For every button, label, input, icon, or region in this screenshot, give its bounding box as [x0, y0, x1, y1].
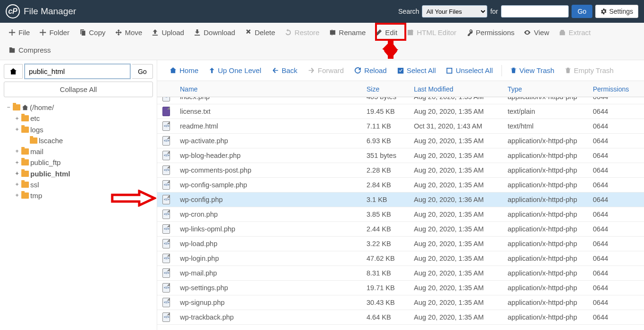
cell-type: application/x-httpd-php	[503, 166, 588, 174]
forward-arrow-icon	[308, 67, 315, 73]
key-icon	[466, 29, 473, 36]
tree-item-public_ftp[interactable]: +public_ftp	[6, 157, 153, 168]
table-row[interactable]: license.txt19.45 KBAug 20, 2020, 1:35 AM…	[157, 104, 644, 119]
table-row[interactable]: </>wp-activate.php6.93 KBAug 20, 2020, 1…	[157, 134, 644, 148]
tree-expand-icon[interactable]: +	[14, 147, 20, 156]
permissions-button[interactable]: Permissions	[461, 26, 519, 39]
reload-button[interactable]: Reload	[349, 64, 392, 77]
home-icon	[170, 67, 177, 74]
cell-modified: Aug 20, 2020, 1:35 AM	[409, 269, 503, 277]
file-listing-pane: Home Up One Level Back Forward Reload Se…	[157, 60, 644, 330]
new-folder-button[interactable]: Folder	[35, 26, 74, 39]
app-logo: cP File Manager	[6, 4, 76, 18]
col-header-type[interactable]: Type	[503, 85, 588, 93]
cell-name: readme.html	[175, 122, 362, 130]
cell-modified: Aug 20, 2020, 1:35 AM	[409, 211, 503, 218]
col-header-name[interactable]: Name	[175, 85, 362, 93]
cell-permissions: 0644	[588, 313, 631, 321]
cell-name: wp-cron.php	[175, 211, 362, 218]
path-input[interactable]	[25, 64, 130, 79]
tree-expand-icon[interactable]: +	[14, 114, 20, 123]
cell-permissions: 0644	[588, 284, 631, 292]
up-one-level-button[interactable]: Up One Level	[204, 64, 266, 77]
tree-item-tmp[interactable]: +tmp	[6, 190, 153, 201]
tree-item-mail[interactable]: +mail	[6, 146, 153, 157]
cell-name: wp-activate.php	[175, 137, 362, 145]
cell-name: wp-load.php	[175, 240, 362, 248]
move-button[interactable]: Move	[110, 26, 147, 39]
grid-header: Name Size Last Modified Type Permissions	[157, 81, 644, 97]
col-header-permissions[interactable]: Permissions	[588, 85, 631, 93]
text-file-icon	[162, 107, 170, 116]
path-home-button[interactable]	[4, 64, 23, 79]
upload-button[interactable]: Upload	[147, 26, 189, 39]
settings-button[interactable]: Settings	[595, 5, 638, 18]
table-row[interactable]: </>wp-trackback.php4.64 KBAug 20, 2020, …	[157, 310, 644, 325]
table-row[interactable]: </>wp-config-sample.php2.84 KBAug 20, 20…	[157, 178, 644, 192]
table-row[interactable]: </>wp-comments-post.php2.28 KBAug 20, 20…	[157, 163, 644, 178]
php-file-icon: </>	[162, 151, 170, 160]
select-all-button[interactable]: Select All	[393, 64, 441, 77]
cell-name: wp-mail.php	[175, 269, 362, 277]
col-header-modified[interactable]: Last Modified	[409, 85, 503, 93]
edit-button[interactable]: Edit	[370, 26, 402, 39]
php-file-icon: </>	[162, 298, 170, 307]
table-row[interactable]: </>wp-mail.php8.31 KBAug 20, 2020, 1:35 …	[157, 266, 644, 281]
tree-collapse-icon[interactable]: −	[6, 103, 11, 112]
table-row[interactable]: </>wp-blog-header.php351 bytesAug 20, 20…	[157, 148, 644, 163]
table-row[interactable]: </>wp-load.php3.22 KBAug 20, 2020, 1:35 …	[157, 237, 644, 251]
rename-icon	[329, 29, 336, 36]
copy-button[interactable]: Copy	[74, 26, 110, 39]
table-row[interactable]: </>wp-login.php47.62 KBAug 20, 2020, 1:3…	[157, 251, 644, 266]
tree-expand-icon[interactable]: +	[14, 169, 20, 178]
tree-expand-icon[interactable]: +	[14, 180, 20, 189]
new-file-button[interactable]: File	[4, 26, 35, 39]
cell-permissions: 0644	[588, 196, 631, 203]
tree-expand-icon[interactable]: +	[14, 191, 20, 200]
table-row[interactable]: </>wp-settings.php19.71 KBAug 20, 2020, …	[157, 281, 644, 295]
html-editor-icon	[407, 29, 414, 36]
cell-permissions: 0644	[588, 211, 631, 218]
tree-item-logs[interactable]: +logs	[6, 124, 153, 135]
collapse-all-button[interactable]: Collapse All	[4, 82, 153, 97]
tree-item-label: mail	[30, 146, 44, 157]
home-button[interactable]: Home	[165, 64, 203, 77]
tree-root[interactable]: − (/home/	[6, 102, 153, 113]
cell-type: application/x-httpd-php	[503, 225, 588, 233]
tree-expand-icon[interactable]: +	[14, 125, 20, 134]
grid-body[interactable]: </>index.php405 bytesAug 20, 2020, 1:35 …	[157, 97, 644, 330]
tree-item-label: ssl	[30, 179, 39, 190]
search-scope-select[interactable]: All Your Files	[422, 5, 487, 18]
back-arrow-icon	[272, 67, 279, 73]
tree-item-ssl[interactable]: +ssl	[6, 179, 153, 190]
table-row[interactable]: </>readme.html7.11 KBOct 31, 2020, 1:43 …	[157, 119, 644, 134]
search-go-button[interactable]: Go	[572, 5, 593, 18]
cell-permissions: 0644	[588, 299, 631, 306]
path-go-button[interactable]: Go	[132, 64, 153, 79]
cell-permissions: 0644	[588, 255, 631, 262]
search-input[interactable]	[501, 5, 569, 18]
rename-button[interactable]: Rename	[324, 26, 371, 39]
table-row[interactable]: </>wp-cron.php3.85 KBAug 20, 2020, 1:35 …	[157, 207, 644, 222]
table-row[interactable]: </>wp-config.php3.1 KBAug 20, 2020, 1:36…	[157, 192, 644, 207]
back-button[interactable]: Back	[267, 64, 302, 77]
download-button[interactable]: Download	[189, 26, 240, 39]
tree-item-etc[interactable]: +etc	[6, 113, 153, 124]
table-row[interactable]: </>wp-signup.php30.43 KBAug 20, 2020, 1:…	[157, 295, 644, 310]
view-trash-button[interactable]: View Trash	[506, 64, 559, 77]
upload-icon	[152, 29, 159, 36]
tree-expand-icon[interactable]: +	[14, 158, 20, 167]
view-button[interactable]: View	[519, 26, 554, 39]
tree-item-public_html[interactable]: +public_html	[6, 168, 153, 179]
pencil-icon	[375, 29, 382, 36]
folder-icon	[13, 104, 20, 110]
delete-button[interactable]: Delete	[240, 26, 280, 39]
cell-name: wp-comments-post.php	[175, 166, 362, 174]
unselect-all-button[interactable]: Unselect All	[441, 64, 497, 77]
table-row[interactable]: </>wp-links-opml.php2.44 KBAug 20, 2020,…	[157, 222, 644, 237]
tree-item-lscache[interactable]: lscache	[6, 135, 153, 146]
cell-type: application/x-httpd-php	[503, 196, 588, 203]
table-row[interactable]: </>index.php405 bytesAug 20, 2020, 1:35 …	[157, 97, 644, 104]
col-header-size[interactable]: Size	[362, 85, 409, 93]
compress-button[interactable]: Compress	[4, 43, 55, 57]
